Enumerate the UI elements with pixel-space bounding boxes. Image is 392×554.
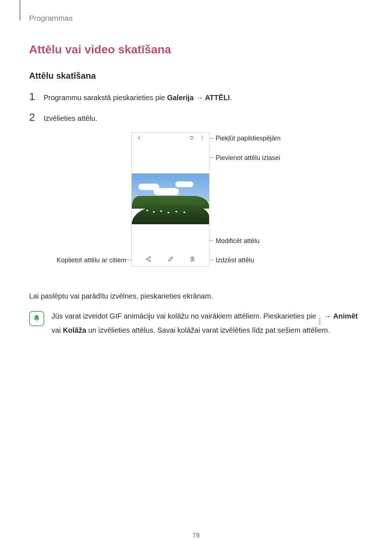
more-icon[interactable] (200, 134, 205, 141)
step-text: . (230, 94, 232, 102)
figure: Koplietot attēlu ar citiem Piekļūt papil… (29, 132, 363, 288)
back-icon[interactable] (136, 135, 142, 141)
callout-edit-label: Modificēt attēlu (216, 237, 260, 245)
step-body: Izvēlieties attēlu. (44, 113, 97, 124)
callout-heart-label: Pievienot attēlu izlasei (216, 154, 280, 162)
note-bell-icon (29, 311, 44, 326)
photo-preview[interactable] (132, 173, 209, 224)
share-icon[interactable] (146, 256, 151, 262)
step-bold: Galerija (167, 94, 193, 102)
subsection-title: Attēlu skatīšana (29, 71, 363, 81)
more-inline-icon (319, 318, 321, 324)
step-number: 1 (29, 91, 37, 102)
svg-point-0 (202, 136, 203, 137)
page-title: Attēlu vai video skatīšana (29, 43, 363, 56)
note-bold: Kolāža (63, 326, 86, 334)
section-header: Programmas (29, 14, 363, 22)
paragraph: Lai paslēptu vai parādītu izvēlnes, pies… (29, 291, 363, 301)
step-bold: ATTĒLI (205, 94, 230, 102)
note-text: Jūs varat izveidot GIF animāciju vai kol… (52, 310, 363, 336)
svg-point-3 (149, 257, 151, 258)
callout-share-label: Koplietot attēlu ar citiem (57, 257, 126, 264)
step-text: Programmu sarakstā pieskarieties pie (44, 94, 167, 102)
delete-icon[interactable] (190, 256, 195, 262)
favorite-icon[interactable] (189, 135, 195, 141)
svg-point-1 (202, 138, 203, 138)
phone-mock (131, 132, 209, 267)
callout-delete-label: Izdzēst attēlu (216, 257, 254, 264)
page-number: 78 (0, 532, 392, 539)
note-span: vai (52, 326, 63, 334)
svg-point-4 (146, 258, 148, 260)
step-body: Programmu sarakstā pieskarieties pie Gal… (44, 92, 232, 103)
svg-point-2 (202, 139, 203, 140)
note-span: Jūs varat izveidot GIF animāciju vai kol… (52, 312, 318, 320)
callout-more-label: Piekļūt papildiespējām (216, 135, 281, 142)
step-1: 1 Programmu sarakstā pieskarieties pie G… (29, 91, 363, 103)
step-number: 2 (29, 112, 37, 123)
svg-point-5 (149, 260, 151, 262)
note-bold: Animēt (333, 312, 358, 320)
arrow-text: → (322, 312, 333, 320)
arrow-text: → (194, 94, 205, 102)
note-span: un izvēlieties attēlus. Savai kolāžai va… (86, 326, 330, 334)
step-2: 2 Izvēlieties attēlu. (29, 112, 363, 124)
note-block: Jūs varat izveidot GIF animāciju vai kol… (29, 310, 363, 336)
edit-icon[interactable] (168, 256, 173, 262)
